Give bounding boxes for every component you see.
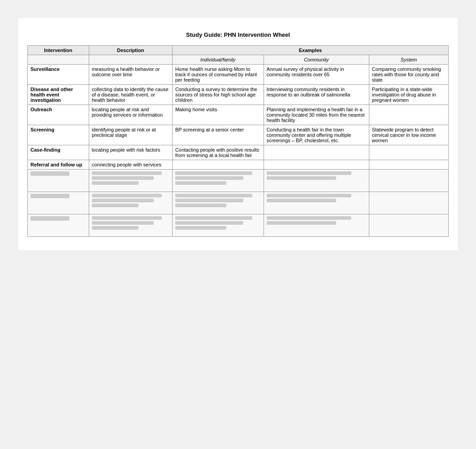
- example-cell: Conducting a health fair in the town com…: [264, 125, 369, 145]
- table-row: Surveillancemeasuring a health behavior …: [28, 65, 449, 85]
- blurred-cell: [28, 214, 89, 237]
- blurred-cell: [28, 192, 89, 214]
- example-cell: [369, 105, 448, 125]
- table-row: Outreachlocating people at risk and prov…: [28, 105, 449, 125]
- description-cell: connecting people with services: [89, 160, 172, 170]
- description-cell: identifying people at risk or at preclin…: [89, 125, 172, 145]
- example-cell: Annual survey of physical activity in co…: [264, 65, 369, 85]
- description-cell: collecting data to identify the cause of…: [89, 85, 172, 105]
- description-cell: measuring a health behavior or outcome o…: [89, 65, 172, 85]
- example-cell: [369, 160, 448, 170]
- example-cell: Home health nurse asking Mom to track # …: [172, 65, 264, 85]
- intervention-cell: Screening: [28, 125, 89, 145]
- table-row: Referral and follow upconnecting people …: [28, 160, 449, 170]
- table-row: Disease and other health event investiga…: [28, 85, 449, 105]
- description-cell: locating people at risk and providing se…: [89, 105, 172, 125]
- intervention-cell: Surveillance: [28, 65, 89, 85]
- example-cell: Statewide program to detect cervical can…: [369, 125, 448, 145]
- blurred-cell: [369, 192, 448, 214]
- blurred-cell: [172, 192, 264, 214]
- example-cell: Participating in a state-wide investigat…: [369, 85, 448, 105]
- description-cell: locating people with risk factors: [89, 145, 172, 160]
- blurred-cell: [369, 170, 448, 192]
- col-intervention-sub: [28, 55, 89, 65]
- col-description-sub: [89, 55, 172, 65]
- intervention-table: Intervention Description Examples Indivi…: [27, 45, 449, 237]
- col-individual: Individual/family: [172, 55, 264, 65]
- table-row: Screeningidentifying people at risk or a…: [28, 125, 449, 145]
- blurred-cell: [369, 214, 448, 237]
- intervention-cell: Referral and follow up: [28, 160, 89, 170]
- page-title: Study Guide: PHN Intervention Wheel: [27, 31, 449, 38]
- example-cell: [264, 145, 369, 160]
- example-cell: [369, 145, 448, 160]
- example-cell: [264, 160, 369, 170]
- table-row: [28, 214, 449, 237]
- table-row: [28, 192, 449, 214]
- blurred-cell: [28, 170, 89, 192]
- table-row: Case-findinglocating people with risk fa…: [28, 145, 449, 160]
- example-cell: Planning and implementing a health fair …: [264, 105, 369, 125]
- example-cell: Comparing community smoking rates with t…: [369, 65, 448, 85]
- col-intervention: Intervention: [28, 46, 89, 55]
- blurred-cell: [264, 170, 369, 192]
- blurred-cell: [89, 192, 172, 214]
- blurred-cell: [89, 170, 172, 192]
- page: Study Guide: PHN Intervention Wheel Inte…: [18, 18, 458, 250]
- example-cell: [172, 160, 264, 170]
- col-description: Description: [89, 46, 172, 55]
- blurred-cell: [264, 192, 369, 214]
- intervention-cell: Disease and other health event investiga…: [28, 85, 89, 105]
- intervention-cell: Case-finding: [28, 145, 89, 160]
- blurred-cell: [172, 170, 264, 192]
- header-row-sub: Individual/family Community System: [28, 55, 449, 65]
- example-cell: BP screening at a senior center: [172, 125, 264, 145]
- col-community: Community: [264, 55, 369, 65]
- example-cell: Interviewing community residents in resp…: [264, 85, 369, 105]
- example-cell: Making home visits: [172, 105, 264, 125]
- blurred-cell: [264, 214, 369, 237]
- header-row-main: Intervention Description Examples: [28, 46, 449, 55]
- col-examples: Examples: [172, 46, 448, 55]
- table-row: [28, 170, 449, 192]
- col-system: System: [369, 55, 448, 65]
- intervention-cell: Outreach: [28, 105, 89, 125]
- blurred-cell: [89, 214, 172, 237]
- example-cell: Contacting people with positive results …: [172, 145, 264, 160]
- example-cell: Conducting a survey to determine the sou…: [172, 85, 264, 105]
- blurred-cell: [172, 214, 264, 237]
